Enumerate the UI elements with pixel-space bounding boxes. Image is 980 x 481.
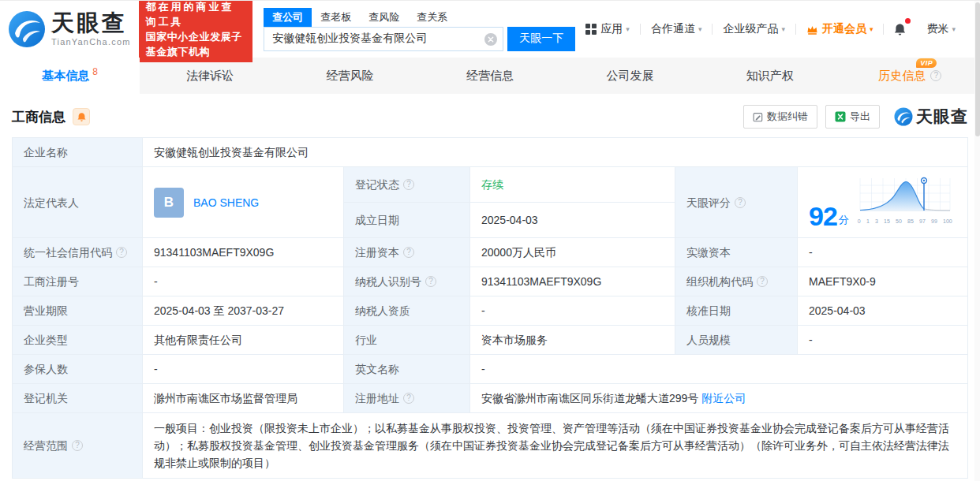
tab-history[interactable]: 历史信息 VIP ?: [840, 58, 980, 94]
crown-icon: [806, 24, 818, 35]
table-row: 统一社会信用代码 ? 91341103MAEFT9X09G 注册资本 ? 200…: [13, 238, 968, 267]
help-icon[interactable]: ?: [72, 440, 83, 451]
score-label: 天眼评分 ?: [675, 167, 798, 238]
section-title: 工商信息: [12, 108, 65, 126]
scope-label: 经营范围 ?: [13, 413, 143, 479]
apps-grid-icon: [585, 24, 597, 35]
tab-basic-info[interactable]: 基本信息 8: [0, 58, 140, 94]
notifications-bell[interactable]: [884, 23, 916, 36]
help-icon[interactable]: ?: [403, 179, 414, 190]
english-name-value: -: [470, 355, 968, 384]
search-tab-risk[interactable]: 查风险: [360, 8, 408, 27]
company-name-value: 安徽健瓴创业投资基金有限公司: [143, 138, 968, 167]
reg-status-label-text: 登记状态: [355, 177, 399, 192]
staff-size-label: 人员规模: [675, 326, 798, 355]
tianyancha-logo-icon: [894, 107, 913, 126]
address-value: 安徽省滁州市南谯区同乐街道龙蟠大道299号: [481, 392, 698, 405]
uscc-label: 统一社会信用代码 ?: [13, 238, 143, 267]
address-value-cell: 安徽省滁州市南谯区同乐街道龙蟠大道299号 附近公司: [470, 384, 968, 413]
reg-status-value: 存续: [470, 167, 675, 203]
nav-open-vip[interactable]: 开通会员 ▾: [796, 22, 884, 36]
search-tab-relation[interactable]: 查关系: [408, 8, 456, 27]
help-icon[interactable]: ?: [116, 247, 127, 258]
data-correction-button[interactable]: 数据纠错: [743, 105, 817, 129]
legal-rep-label: 法定代表人: [13, 167, 143, 238]
chevron-down-icon: ▾: [698, 25, 702, 33]
company-type-value: 其他有限责任公司: [143, 326, 344, 355]
help-icon[interactable]: ?: [403, 247, 414, 258]
legal-rep-cell: B BAO SHENG: [143, 167, 344, 238]
search-tabs: 查公司 查老板 查风险 查关系: [264, 8, 575, 27]
tick-label: 15: [884, 214, 890, 229]
search-button[interactable]: 天眼一下: [507, 27, 575, 51]
tick-label: 3: [875, 214, 878, 229]
slogan-line1: 都在用的商业查询工具: [146, 0, 246, 29]
header-nav: 应用 ▾ 合作通道 ▾ 企业级产品 ▾ 开通会员 ▾ 费米: [575, 22, 966, 36]
bell-icon: [893, 23, 907, 36]
tab-operation[interactable]: 经营信息: [420, 58, 559, 94]
nav-partner-label: 合作通道: [651, 22, 695, 36]
business-info-table: 企业名称 安徽健瓴创业投资基金有限公司 法定代表人 B BAO SHENG 登记…: [12, 137, 968, 479]
export-button[interactable]: 导出: [825, 105, 880, 129]
approval-date-label: 核准日期: [675, 296, 798, 326]
uscc-value: 91341103MAEFT9X09G: [143, 238, 344, 267]
tab-basic-info-label: 基本信息: [42, 69, 89, 84]
tab-legal[interactable]: 法律诉讼: [140, 58, 279, 94]
notification-dot: [905, 18, 911, 24]
tab-development[interactable]: 公司发展: [560, 58, 700, 94]
username-label: 费米: [926, 22, 948, 36]
table-row: 经营范围 ? 一般项目：创业投资（限投资未上市企业）；以私募基金从事股权投资、投…: [13, 413, 968, 479]
company-type-label: 企业类型: [13, 326, 143, 355]
nav-apps[interactable]: 应用 ▾: [575, 22, 640, 36]
watermark-text: 天眼查: [916, 106, 968, 128]
help-icon[interactable]: ?: [425, 276, 436, 287]
staff-size-value: -: [798, 326, 968, 355]
table-row: 参保人数 - 英文名称 -: [13, 355, 968, 384]
clear-search-icon[interactable]: [484, 33, 497, 46]
chevron-down-icon: ▾: [870, 25, 873, 33]
subscribe-bell-button[interactable]: [73, 108, 90, 125]
tab-ip[interactable]: 知识产权: [700, 58, 840, 94]
english-name-label: 英文名称: [344, 355, 470, 384]
org-code-value: MAEFT9X0-9: [798, 267, 968, 296]
edit-doc-icon: [753, 112, 763, 122]
score-curve: [857, 175, 953, 213]
nearby-companies-link[interactable]: 附近公司: [701, 392, 746, 405]
help-icon[interactable]: ?: [735, 197, 746, 208]
help-icon[interactable]: ?: [403, 393, 414, 404]
nav-enterprise[interactable]: 企业级产品 ▾: [713, 22, 795, 36]
tab-risk[interactable]: 经营风险: [280, 58, 420, 94]
tab-risk-label: 经营风险: [327, 69, 374, 84]
insured-label: 参保人数: [13, 355, 143, 384]
status-badge: 存续: [481, 178, 503, 191]
help-icon[interactable]: ?: [930, 70, 941, 81]
logo-subtitle: TianYanCha.com: [51, 37, 131, 47]
table-row: 企业类型 其他有限责任公司 行业 资本市场服务 人员规模 -: [13, 326, 968, 355]
search-tab-boss[interactable]: 查老板: [312, 8, 360, 27]
search-tab-company[interactable]: 查公司: [264, 8, 312, 27]
uscc-label-text: 统一社会信用代码: [24, 244, 112, 260]
scrollbar-thumb[interactable]: [975, 2, 980, 136]
address-label-text: 注册地址: [355, 390, 399, 406]
chevron-down-icon: ▾: [952, 25, 956, 33]
legal-rep-link[interactable]: BAO SHENG: [193, 195, 259, 211]
company-name-label: 企业名称: [13, 138, 143, 167]
slogan-line2: 国家中小企业发展子基金旗下机构: [146, 29, 246, 59]
tick-label: 0: [858, 214, 861, 229]
nav-user[interactable]: 费米 ▾: [916, 22, 966, 36]
industry-label: 行业: [344, 326, 470, 355]
tab-history-label: 历史信息: [878, 69, 926, 82]
tick-label: 100: [943, 214, 952, 229]
search-input[interactable]: [264, 27, 503, 51]
taxpayer-id-label-text: 纳税人识别号: [355, 274, 421, 289]
nav-enterprise-label: 企业级产品: [723, 22, 778, 36]
tab-basic-info-count: 8: [92, 66, 98, 77]
taxpayer-quality-label: 纳税人资质: [344, 296, 470, 326]
taxpayer-id-value: 91341103MAEFT9X09G: [470, 267, 675, 296]
nav-partner[interactable]: 合作通道 ▾: [641, 22, 713, 36]
establish-date-label: 成立日期: [344, 203, 470, 238]
chevron-down-icon: ▾: [781, 25, 785, 33]
help-icon[interactable]: ?: [757, 276, 768, 287]
avatar[interactable]: B: [154, 188, 184, 218]
tianyancha-logo[interactable]: 天眼查 TianYanCha.com: [8, 10, 131, 48]
